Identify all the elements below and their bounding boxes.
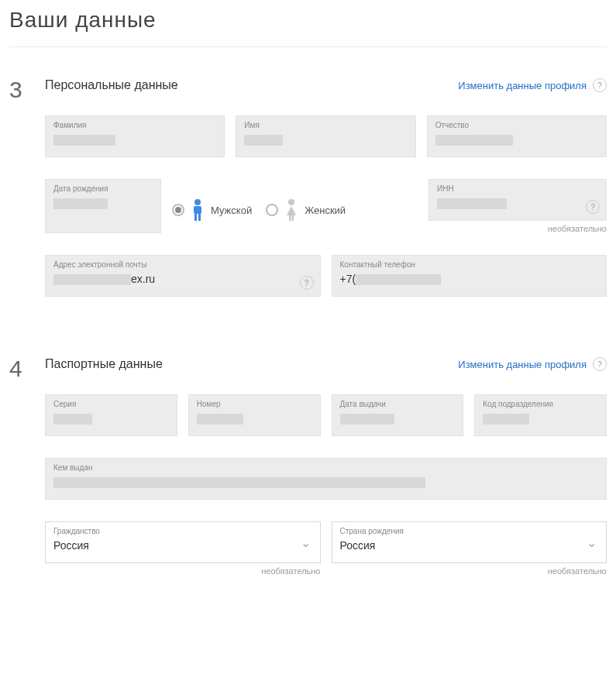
passport-issue-date-field[interactable]: Дата выдачи — [332, 394, 464, 436]
gender-label: Мужской — [211, 205, 252, 216]
firstname-field[interactable]: Имя — [236, 115, 415, 157]
svg-marker-5 — [287, 206, 296, 215]
section-header: Персональные данные Изменить данные проф… — [45, 78, 607, 92]
passport-series-field[interactable]: Серия — [45, 394, 177, 436]
patronymic-field[interactable]: Отчество — [427, 115, 607, 157]
email-field[interactable]: Адрес электронной почты ex.ru ? — [45, 255, 321, 297]
section-header: Паспортные данные Изменить данные профил… — [45, 357, 607, 371]
field-value: Россия — [340, 539, 376, 552]
redacted-value — [435, 135, 513, 146]
gender-female-option[interactable]: Женский — [266, 198, 346, 222]
passport-number-field[interactable]: Номер — [188, 394, 321, 436]
field-label: Дата рождения — [53, 184, 153, 193]
section-title: Персональные данные — [45, 78, 178, 92]
field-label: Контактный телефон — [340, 260, 599, 269]
edit-profile-link[interactable]: Изменить данные профиля — [458, 80, 587, 91]
section-passport: 4 Паспортные данные Изменить данные проф… — [9, 357, 607, 597]
redacted-value — [437, 198, 507, 209]
citizenship-select[interactable]: Гражданство Россия ⌄ — [45, 521, 321, 563]
phone-field[interactable]: Контактный телефон +7( — [332, 255, 607, 297]
svg-point-4 — [288, 199, 294, 205]
svg-rect-6 — [289, 215, 291, 221]
redacted-value — [53, 135, 115, 146]
help-icon[interactable]: ? — [593, 357, 607, 371]
redacted-value — [53, 414, 92, 425]
gender-male-option[interactable]: Мужской — [172, 198, 252, 222]
svg-rect-3 — [198, 214, 201, 221]
radio-icon — [266, 204, 278, 216]
field-label: Страна рождения — [340, 527, 599, 535]
female-icon — [283, 198, 300, 222]
radio-icon — [172, 204, 184, 216]
inn-field[interactable]: ИНН ? — [428, 179, 607, 221]
redacted-value — [483, 414, 529, 425]
field-label: Адрес электронной почты — [53, 260, 312, 269]
lastname-field[interactable]: Фамилия — [45, 115, 225, 157]
field-label: Серия — [53, 400, 169, 408]
step-number-3: 3 — [9, 78, 45, 318]
optional-hint: необязательно — [428, 224, 607, 233]
section-title: Паспортные данные — [45, 357, 163, 371]
male-icon — [189, 198, 206, 222]
optional-hint: необязательно — [45, 566, 321, 576]
field-label: Дата выдачи — [340, 400, 456, 408]
chevron-down-icon: ⌄ — [587, 535, 597, 550]
help-icon[interactable]: ? — [586, 200, 600, 214]
page-title: Ваши данные — [9, 8, 607, 33]
field-value: Россия — [53, 539, 89, 552]
field-label: Гражданство — [53, 527, 312, 535]
dob-field[interactable]: Дата рождения — [45, 179, 161, 233]
step-number-4: 4 — [9, 357, 45, 597]
field-label: Кем выдан — [53, 463, 598, 472]
redacted-value — [340, 414, 394, 425]
chevron-down-icon: ⌄ — [301, 535, 311, 550]
field-label: Имя — [244, 121, 407, 129]
gender-group: Мужской Женский — [172, 179, 418, 233]
field-label: Фамилия — [53, 121, 216, 129]
passport-dept-code-field[interactable]: Код подразделения — [474, 394, 607, 436]
svg-rect-7 — [292, 215, 294, 221]
redacted-value — [53, 198, 108, 209]
svg-rect-2 — [194, 214, 197, 221]
field-label: ИНН — [437, 184, 598, 193]
passport-issued-by-field[interactable]: Кем выдан — [45, 458, 607, 500]
field-label: Номер — [197, 400, 312, 408]
redacted-value — [53, 477, 425, 488]
optional-hint: необязательно — [332, 566, 607, 576]
field-value: +7( — [340, 273, 442, 285]
svg-rect-1 — [194, 206, 201, 214]
edit-profile-link[interactable]: Изменить данные профиля — [458, 359, 587, 370]
divider — [9, 46, 607, 47]
svg-point-0 — [194, 199, 201, 205]
field-label: Код подразделения — [483, 400, 598, 408]
redacted-value — [244, 135, 283, 146]
redacted-value — [197, 414, 243, 425]
help-icon[interactable]: ? — [300, 276, 314, 290]
section-personal: 3 Персональные данные Изменить данные пр… — [9, 78, 607, 318]
gender-label: Женский — [305, 205, 346, 216]
field-value: ex.ru — [53, 273, 155, 285]
birth-country-select[interactable]: Страна рождения Россия ⌄ — [332, 521, 607, 563]
help-icon[interactable]: ? — [593, 78, 607, 92]
field-label: Отчество — [435, 121, 598, 129]
